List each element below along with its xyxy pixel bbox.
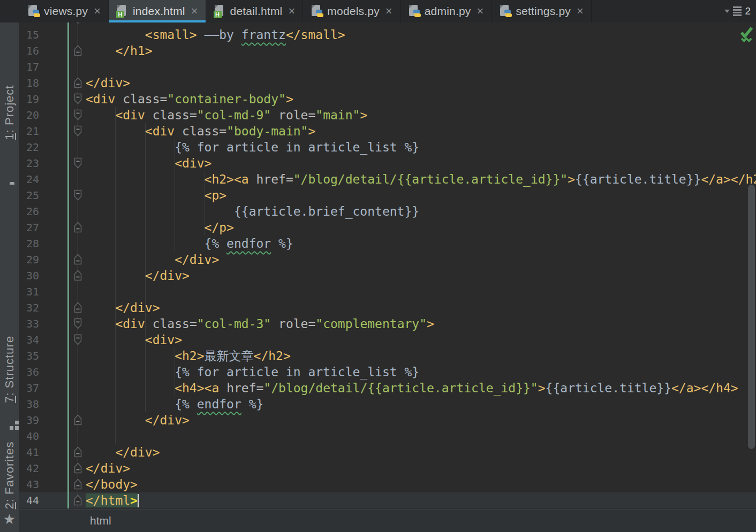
tab-admin.py[interactable]: admin.py× bbox=[400, 0, 492, 22]
code-token: </html bbox=[86, 493, 130, 507]
fold-start-icon[interactable] bbox=[74, 189, 82, 201]
code-token bbox=[86, 349, 175, 363]
fold-end-icon[interactable] bbox=[74, 45, 82, 56]
line-number: 32 bbox=[19, 300, 39, 316]
code-token: "container-body" bbox=[167, 92, 286, 106]
fold-end-icon[interactable] bbox=[74, 254, 82, 265]
code-line-24[interactable]: <h2><a href="/blog/detail/{{article.arti… bbox=[86, 171, 756, 187]
code-token: > bbox=[130, 493, 138, 507]
line-number: 18 bbox=[19, 75, 39, 91]
code-token bbox=[86, 381, 175, 395]
tab-views.py[interactable]: views.py× bbox=[20, 0, 109, 22]
close-icon[interactable]: × bbox=[385, 6, 392, 17]
code-area[interactable]: <small> ——by frantz</small> </h1></div><… bbox=[86, 22, 756, 510]
fold-end-icon[interactable] bbox=[74, 270, 82, 281]
tab-label: admin.py bbox=[425, 5, 471, 18]
close-icon[interactable]: × bbox=[288, 6, 295, 17]
inspections-status-icon[interactable] bbox=[739, 25, 754, 43]
code-line-28[interactable]: {% endfor %} bbox=[86, 235, 293, 252]
fold-start-icon[interactable] bbox=[74, 109, 82, 120]
code-line-16[interactable]: </h1> bbox=[86, 43, 153, 59]
tab-models.py[interactable]: models.py× bbox=[303, 0, 400, 22]
tool-window-label: 1: Project bbox=[3, 85, 17, 140]
code-line-44[interactable]: </html> bbox=[86, 492, 139, 508]
fold-end-icon[interactable] bbox=[74, 446, 82, 458]
code-line-20[interactable]: <div class="col-md-9" role="main"> bbox=[86, 107, 367, 123]
code-line-18[interactable]: </div> bbox=[86, 75, 130, 91]
code-line-41[interactable]: </div> bbox=[86, 444, 160, 460]
code-line-37[interactable]: <h4><a href="/blog/detail/{{article.arti… bbox=[86, 380, 738, 396]
code-token: </body> bbox=[86, 477, 138, 491]
code-line-19[interactable]: <div class="container-body"> bbox=[86, 91, 293, 107]
code-line-21[interactable]: <div class="body-main"> bbox=[86, 123, 315, 139]
fold-end-icon[interactable] bbox=[74, 495, 82, 506]
tab-settings.py[interactable]: settings.py× bbox=[492, 0, 591, 22]
tab-detail.html[interactable]: Hdetail.html× bbox=[206, 0, 304, 22]
code-token: {{article.title}} bbox=[575, 172, 701, 186]
close-icon[interactable]: × bbox=[477, 6, 484, 17]
fold-end-icon[interactable] bbox=[74, 462, 82, 474]
fold-start-icon[interactable] bbox=[74, 318, 82, 329]
html-file-icon: H bbox=[116, 4, 128, 19]
fold-start-icon[interactable] bbox=[74, 125, 82, 136]
code-line-39[interactable]: </div> bbox=[86, 412, 190, 428]
code-token bbox=[86, 44, 115, 58]
line-number: 21 bbox=[19, 123, 39, 139]
code-token bbox=[219, 381, 226, 395]
code-line-27[interactable]: </p> bbox=[86, 219, 234, 235]
tab-index.html[interactable]: Hindex.html× bbox=[109, 0, 206, 22]
python-file-icon bbox=[311, 4, 322, 19]
code-token: > bbox=[308, 124, 315, 138]
code-line-34[interactable]: <div> bbox=[86, 332, 182, 348]
code-token bbox=[86, 172, 205, 186]
html-file-icon: H bbox=[214, 4, 225, 19]
fold-start-icon[interactable] bbox=[74, 22, 82, 24]
code-token bbox=[86, 108, 115, 122]
line-number: 34 bbox=[19, 332, 39, 348]
fold-end-icon[interactable] bbox=[74, 478, 82, 490]
fold-end-icon[interactable] bbox=[74, 414, 82, 425]
close-icon[interactable]: × bbox=[191, 6, 198, 17]
editor[interactable]: 1516171819202122232425262728293031323334… bbox=[19, 22, 756, 510]
code-line-42[interactable]: </div> bbox=[86, 460, 130, 476]
hidden-tabs-control[interactable]: 2 bbox=[724, 0, 756, 22]
code-line-15[interactable]: <small> ——by frantz</small> bbox=[86, 27, 345, 43]
code-token: </div> bbox=[145, 269, 190, 283]
close-icon[interactable]: × bbox=[94, 6, 101, 17]
code-token: > bbox=[427, 317, 434, 331]
fold-end-icon[interactable] bbox=[74, 222, 82, 233]
code-token: role= bbox=[278, 317, 315, 331]
code-line-33[interactable]: <div class="col-md-3" role="complementar… bbox=[86, 316, 434, 332]
code-token: "complementary" bbox=[315, 317, 427, 331]
code-token bbox=[86, 301, 115, 315]
code-line-26[interactable]: {{article.brief_content}} bbox=[86, 203, 419, 219]
fold-start-icon[interactable] bbox=[74, 93, 82, 104]
tab-label: models.py bbox=[327, 5, 380, 18]
fold-start-icon[interactable] bbox=[74, 157, 82, 169]
code-line-35[interactable]: <h2>最新文章</h2> bbox=[86, 348, 291, 364]
code-token: <p> bbox=[205, 188, 227, 202]
close-icon[interactable]: × bbox=[577, 6, 584, 17]
fold-end-icon[interactable] bbox=[74, 302, 82, 313]
code-line-25[interactable]: <p> bbox=[86, 187, 226, 203]
editor-tabs: views.py×Hindex.html×Hdetail.html×models… bbox=[20, 0, 592, 22]
vertical-scrollbar[interactable] bbox=[748, 185, 755, 449]
code-token: {% bbox=[86, 237, 226, 250]
code-token: "col-md-9" bbox=[197, 108, 271, 122]
fold-start-icon[interactable] bbox=[74, 334, 82, 345]
code-line-43[interactable]: </body> bbox=[86, 476, 138, 492]
line-number: 26 bbox=[19, 203, 39, 219]
code-line-23[interactable]: <div> bbox=[86, 155, 211, 171]
code-line-30[interactable]: </div> bbox=[86, 268, 190, 284]
breadcrumb-item[interactable]: html bbox=[90, 514, 111, 527]
fold-end-icon[interactable] bbox=[74, 77, 82, 88]
code-line-36[interactable]: {% for article in article_list %} bbox=[86, 364, 419, 380]
code-line-22[interactable]: {% for article in article_list %} bbox=[86, 139, 419, 155]
tool-window-label: 2: Favorites bbox=[3, 442, 17, 510]
line-number: 16 bbox=[19, 43, 39, 59]
code-line-29[interactable]: </div> bbox=[86, 252, 219, 268]
code-line-38[interactable]: {% endfor %} bbox=[86, 396, 263, 412]
code-token: </p> bbox=[205, 221, 234, 234]
code-line-32[interactable]: </div> bbox=[86, 300, 160, 316]
code-token: %} bbox=[271, 237, 293, 250]
